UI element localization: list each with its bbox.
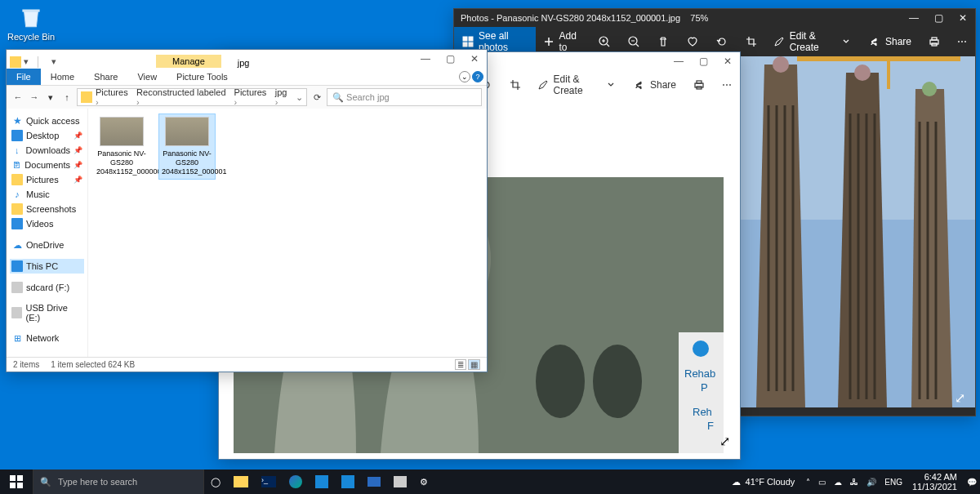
ribbon-share[interactable]: Share xyxy=(84,69,127,85)
crop-icon xyxy=(745,35,758,48)
crumb[interactable]: jpg xyxy=(275,87,292,107)
back-button[interactable]: ← xyxy=(11,92,24,102)
tray-volume-icon[interactable]: 🔊 xyxy=(863,478,880,487)
fullscreen-icon[interactable]: ⤢ xyxy=(719,434,730,449)
file-thumbnail[interactable]: Panasonic NV-GS280 2048x1152_000001 xyxy=(158,113,216,180)
titlebar[interactable]: Photos - Panasonic NV-GS280 2048x1152_00… xyxy=(454,9,975,27)
taskbar-app[interactable] xyxy=(335,470,361,494)
ribbon-picture-tools[interactable]: Picture Tools xyxy=(167,69,238,85)
address-dropdown-icon[interactable]: ⌄ xyxy=(296,92,303,103)
taskbar-app[interactable] xyxy=(283,470,309,494)
crumb[interactable]: Reconstructed labeled xyxy=(136,87,230,107)
maximize-button[interactable]: ▢ xyxy=(691,52,715,70)
taskbar-app[interactable] xyxy=(387,470,413,494)
file-thumbnail[interactable]: Panasonic NV-GS280 2048x1152_000000 xyxy=(93,113,150,180)
ribbon-home[interactable]: Home xyxy=(41,69,84,85)
up-button[interactable]: ↑ xyxy=(60,92,74,102)
sidebar-item-music[interactable]: Music xyxy=(10,187,84,202)
share-button[interactable]: Share xyxy=(859,27,920,56)
minimize-button[interactable]: — xyxy=(413,50,438,68)
documents-icon xyxy=(11,159,21,171)
cloud-icon xyxy=(11,239,23,251)
sidebar-item-desktop[interactable]: Desktop📌 xyxy=(10,128,84,143)
more-button[interactable]: ⋯ xyxy=(714,70,740,100)
maximize-button[interactable]: ▢ xyxy=(926,9,951,27)
weather-widget[interactable]: ☁ 41°F Cloudy xyxy=(725,477,802,487)
search-input[interactable]: 🔍 Search jpg xyxy=(327,88,482,106)
refresh-button[interactable]: ⟳ xyxy=(310,92,323,103)
qat-chevron-icon[interactable]: ▾ xyxy=(51,56,63,68)
share-icon xyxy=(632,78,645,91)
explorer-title-row: ▾ ▾ Manage jpg — ▢ ✕ xyxy=(7,50,487,68)
minimize-button[interactable]: — xyxy=(902,9,926,27)
forward-button[interactable]: → xyxy=(28,92,41,102)
ribbon-view[interactable]: View xyxy=(127,69,167,85)
more-icon: ⋯ xyxy=(722,79,732,91)
print-button[interactable] xyxy=(920,27,949,56)
share-button[interactable]: Share xyxy=(624,70,684,100)
tray-language[interactable]: ENG xyxy=(881,478,906,487)
sidebar-item-downloads[interactable]: Downloads📌 xyxy=(10,143,84,158)
svg-point-15 xyxy=(922,82,937,96)
star-icon xyxy=(11,115,23,127)
taskbar-app[interactable] xyxy=(227,470,255,494)
ribbon-file[interactable]: File xyxy=(7,69,41,85)
svg-point-24 xyxy=(536,345,585,418)
view-thumbnails-button[interactable]: ▦ xyxy=(468,359,480,370)
sidebar-item-screenshots[interactable]: Screenshots xyxy=(10,202,84,216)
crumb[interactable]: Pictures xyxy=(234,87,272,107)
tray-chevron-icon[interactable]: ˄ xyxy=(803,478,813,487)
task-view-button[interactable]: ◯ xyxy=(204,470,227,494)
sidebar-item-videos[interactable]: Videos xyxy=(10,216,84,231)
ribbon-expand-icon[interactable]: ⌄ xyxy=(459,71,470,82)
edit-create-button[interactable]: Edit & Create xyxy=(530,70,624,100)
taskbar-app[interactable]: ›_ xyxy=(255,470,283,494)
edit-create-button[interactable]: Edit & Create xyxy=(766,27,859,56)
sidebar-item-sdcard[interactable]: sdcard (F:) xyxy=(10,280,84,295)
tray-onedrive-icon[interactable]: ☁ xyxy=(831,478,845,487)
sidebar-item-quick-access[interactable]: Quick access xyxy=(10,113,84,128)
crop-button[interactable] xyxy=(737,27,766,56)
svg-rect-33 xyxy=(17,475,23,481)
maximize-button[interactable]: ▢ xyxy=(438,50,462,68)
sidebar-item-pictures[interactable]: Pictures📌 xyxy=(10,172,84,187)
settings-icon: ⚙ xyxy=(420,477,428,487)
history-button[interactable]: ▾ xyxy=(44,92,57,103)
close-button[interactable]: ✕ xyxy=(462,50,487,68)
svg-text:P: P xyxy=(701,381,708,394)
start-button[interactable] xyxy=(0,470,33,494)
sidebar-item-documents[interactable]: Documents📌 xyxy=(10,158,84,172)
crumb[interactable]: Pictures xyxy=(96,87,133,107)
add-to-label: Add to xyxy=(559,30,582,53)
close-button[interactable]: ✕ xyxy=(951,9,975,27)
close-button[interactable]: ✕ xyxy=(715,52,740,70)
dropdown-icon[interactable]: ▾ xyxy=(24,56,35,68)
fullscreen-icon[interactable]: ⤢ xyxy=(955,390,965,406)
breadcrumb[interactable]: Pictures Reconstructed labeled Pictures … xyxy=(77,88,307,106)
tray-meet-now-icon[interactable]: ▭ xyxy=(815,478,829,487)
view-details-button[interactable]: ≣ xyxy=(455,359,466,370)
sidebar-item-label: Desktop xyxy=(26,131,59,140)
taskbar-app[interactable] xyxy=(361,470,387,494)
svg-text:F: F xyxy=(707,420,714,432)
sidebar-item-this-pc[interactable]: This PC xyxy=(10,259,84,274)
sidebar-item-network[interactable]: Network xyxy=(10,331,84,345)
tray-network-icon[interactable]: 🖧 xyxy=(847,478,862,487)
minimize-button[interactable]: — xyxy=(666,52,691,70)
taskbar-app[interactable] xyxy=(309,470,335,494)
taskbar-app[interactable]: ⚙ xyxy=(413,470,434,494)
help-icon[interactable]: ? xyxy=(472,71,483,82)
more-button[interactable]: ⋯ xyxy=(949,27,975,56)
print-button[interactable] xyxy=(684,70,714,100)
crop-button[interactable] xyxy=(501,70,530,100)
tray-notifications-icon[interactable]: 💬 xyxy=(964,478,980,487)
tray-clock[interactable]: 6:42 AM 11/13/2021 xyxy=(907,472,962,492)
taskbar-search[interactable]: 🔍 Type here to search xyxy=(33,470,204,494)
rotate-icon xyxy=(715,35,728,48)
svg-point-13 xyxy=(773,56,789,73)
photos-icon xyxy=(341,475,354,488)
sidebar-item-onedrive[interactable]: OneDrive xyxy=(10,238,84,252)
file-area[interactable]: Panasonic NV-GS280 2048x1152_000000 Pana… xyxy=(88,109,487,357)
desktop-icon-recycle-bin[interactable]: Recycle Bin xyxy=(2,2,60,42)
sidebar-item-usb[interactable]: USB Drive (E:) xyxy=(10,301,84,324)
